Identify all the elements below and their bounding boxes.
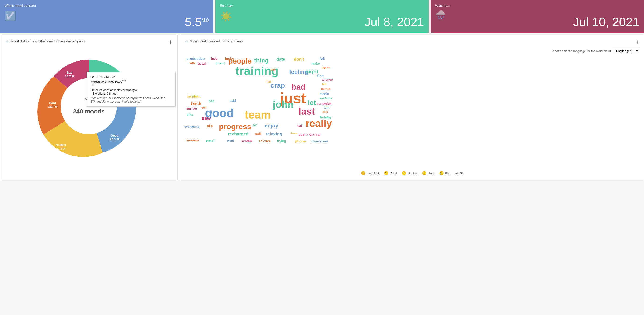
word-holiday[interactable]: holiday — [320, 115, 332, 119]
distribution-icon: ☁️ — [5, 39, 9, 43]
word-full[interactable]: full — [322, 83, 326, 86]
word-call[interactable]: call — [255, 132, 261, 136]
word-3[interactable]: 3 — [210, 109, 212, 115]
word-back[interactable]: back — [191, 101, 202, 106]
word-bar[interactable]: bar — [208, 99, 214, 103]
word-relaxing[interactable]: relaxing — [266, 132, 282, 137]
tooltip-quote: "Started fine, but incident last night w… — [91, 96, 172, 103]
worst-day-value: Jul 10, 2021 — [573, 15, 639, 29]
word-client[interactable]: client — [216, 61, 225, 65]
word-weekend[interactable]: weekend — [298, 132, 321, 138]
word-i-m[interactable]: i'm — [265, 79, 272, 84]
label-neutral-pct: 23.3 % — [56, 147, 66, 150]
word-bob[interactable]: bob — [211, 56, 218, 61]
word-team[interactable]: team — [245, 108, 271, 121]
word-feeling[interactable]: feeling — [289, 69, 308, 75]
legend-excellent[interactable]: 😊 Excellent — [361, 171, 379, 175]
word-let-[interactable]: let' — [253, 124, 257, 127]
tooltip-detail-label: Detail of word associated mood(s): — [91, 88, 172, 92]
word-add[interactable]: add — [230, 98, 236, 103]
wordcloud-icon: ☁️ — [184, 39, 188, 43]
legend-bad-icon: 😢 — [439, 171, 444, 175]
word-last[interactable]: last — [298, 106, 315, 117]
word-ate[interactable]: ate — [207, 124, 213, 129]
legend-hard[interactable]: 😟 Hard — [422, 171, 434, 175]
word-everything[interactable]: everything — [184, 125, 200, 128]
word-yell[interactable]: yell — [202, 106, 206, 109]
word-bliss[interactable]: bliss — [187, 113, 194, 116]
word-felt[interactable]: felt — [320, 56, 325, 61]
legend-neutral-label: Neutral — [408, 171, 417, 175]
word-eel[interactable]: eel — [270, 67, 275, 72]
word-turn[interactable]: turn — [324, 106, 329, 109]
word-bad[interactable]: bad — [292, 83, 306, 91]
word-trying[interactable]: trying — [277, 139, 286, 143]
word-crap[interactable]: crap — [270, 81, 285, 89]
worst-day-icon: 🌧️ — [435, 10, 446, 20]
legend-neutral[interactable]: 😐 Neutral — [402, 171, 417, 175]
word-night[interactable]: night — [306, 69, 318, 75]
word-scream[interactable]: scream — [241, 139, 253, 143]
legend-all[interactable]: ⊘ All — [455, 171, 462, 175]
whole-mood-card: Whole mood average ☑️ 5.5/10 — [0, 0, 214, 33]
legend-all-label: All — [459, 171, 462, 175]
word-arrange[interactable]: arrange — [322, 78, 333, 81]
language-select[interactable]: English (en) French (fr) Spanish (es) — [613, 48, 639, 54]
word-message[interactable]: message — [186, 139, 199, 142]
mood-distribution-panel: ☁️ Mood distribution of the team for the… — [0, 34, 178, 180]
word-tooltip: Word: "incident" Moods average: 10.00/10… — [87, 72, 176, 107]
word-sandwich[interactable]: sandwich — [317, 102, 332, 106]
language-label: Please select a language for the word cl… — [552, 49, 611, 53]
word-make[interactable]: make — [311, 62, 320, 65]
word-tomorrow[interactable]: tomorrow — [311, 139, 328, 143]
word-number[interactable]: number — [186, 107, 197, 110]
word-john[interactable]: john — [273, 99, 294, 110]
legend-good[interactable]: 🙂 Good — [384, 171, 397, 175]
word-progress[interactable]: progress — [219, 122, 251, 131]
legend-bad[interactable]: 😢 Bad — [439, 171, 450, 175]
word-date[interactable]: date — [276, 57, 285, 62]
word-way[interactable]: way — [190, 61, 196, 64]
whole-mood-title: Whole mood average — [5, 4, 209, 7]
word-total[interactable]: total — [198, 61, 206, 66]
legend-neutral-icon: 😐 — [402, 171, 406, 175]
word-thing[interactable]: thing — [254, 57, 268, 64]
mood-distribution-title: ☁️ Mood distribution of the team for the… — [5, 39, 173, 43]
word-don-t[interactable]: don't — [294, 57, 304, 62]
word-burrito[interactable]: burrito — [321, 87, 330, 91]
word-fine[interactable]: fine — [317, 74, 324, 78]
word-least[interactable]: least — [322, 66, 330, 70]
language-select-row: Please select a language for the word cl… — [184, 48, 639, 54]
word-done[interactable]: done — [290, 132, 297, 135]
word-science[interactable]: science — [259, 139, 271, 143]
label-good: Good — [110, 134, 118, 137]
word-email[interactable]: email — [206, 139, 215, 143]
word-phone[interactable]: phone — [295, 139, 306, 143]
word-available[interactable]: available — [320, 97, 332, 100]
label-hard: Hard — [49, 101, 56, 105]
word-really[interactable]: really — [306, 118, 332, 129]
tooltip-mood-avg: Moods average: 10.00/10 — [91, 79, 172, 83]
label-neutral: Neutral — [56, 143, 66, 147]
word-eat[interactable]: eat — [297, 124, 302, 127]
word-productive[interactable]: productive — [186, 56, 205, 61]
legend-hard-label: Hard — [428, 171, 434, 175]
wordcloud-panel: ☁️ Wordcloud compiled from comments Plea… — [180, 34, 644, 180]
download-button-right[interactable]: ⬇ — [635, 39, 639, 45]
word-manic[interactable]: manic — [320, 92, 329, 96]
label-bad-pct: 14.2 % — [65, 74, 74, 78]
best-day-icon: ☀️ — [220, 10, 232, 22]
legend-good-icon: 🙂 — [384, 171, 388, 175]
word-saw[interactable]: saw — [202, 115, 211, 121]
word-went[interactable]: went — [227, 139, 234, 142]
download-button-left[interactable]: ⬇ — [169, 39, 173, 45]
word-less[interactable]: less — [322, 110, 328, 113]
wordcloud-area: trainingjustgoodteamjohnlastreallybadcra… — [184, 56, 639, 169]
legend-all-icon: ⊘ — [455, 171, 458, 175]
whole-mood-suffix: /10 — [202, 17, 209, 23]
word-incident[interactable]: incident — [187, 94, 200, 98]
word-lucky[interactable]: lucky — [225, 56, 234, 61]
word-lot[interactable]: lot — [308, 99, 316, 106]
word-recharged[interactable]: recharged — [228, 132, 248, 137]
word-enjoy[interactable]: enjoy — [264, 123, 278, 129]
